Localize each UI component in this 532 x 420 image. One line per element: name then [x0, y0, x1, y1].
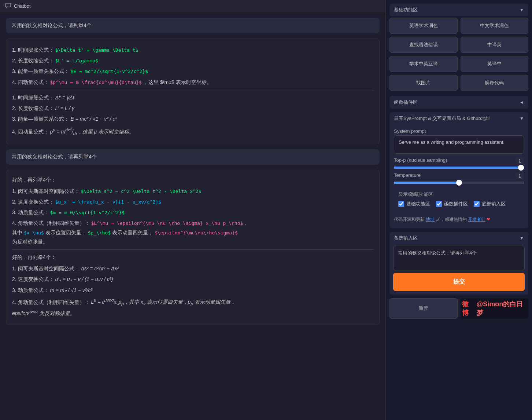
source-link[interactable]: 地址	[426, 217, 435, 222]
sys-prompt-group: System prompt Serve me as a writing and …	[394, 128, 524, 154]
alt-input-title: 备选输入区	[394, 235, 418, 241]
svg-rect-0	[5, 3, 11, 7]
visibility-title: 显示/隐藏功能区	[398, 191, 520, 198]
temperature-group: Temperature 1	[394, 172, 524, 184]
alt-input-section: 备选输入区 ▼ 提交	[389, 232, 528, 295]
basic-functions-section: 基础功能区 ▼ 英语学术润色 中文学术润色 查找语法错误 中译英 学术中英互译 …	[389, 4, 528, 92]
assistant-message-2: 好的，再列举4个： 1. 闵可夫斯基时空间隔公式： $\Delta s^2 = …	[6, 170, 380, 325]
btn-find-image[interactable]: 找图片	[389, 75, 458, 91]
basic-functions-header[interactable]: 基础功能区 ▼	[389, 4, 528, 16]
title-bar: Chatbot	[0, 0, 385, 12]
top-p-slider[interactable]	[394, 167, 524, 169]
checkbox-bottom[interactable]: 底部输入区	[474, 201, 506, 207]
sysprompt-section: 展开SysPrompt & 交互界面布局 & Github地址 ▼ System…	[389, 112, 528, 228]
checkbox-bottom-label: 底部输入区	[482, 201, 506, 207]
chat-panel: Chatbot 常用的狭义相对论公式，请列举4个 1. 时间膨胀公式： $\De…	[0, 0, 385, 420]
temperature-value: 1	[516, 172, 524, 179]
watermark: 微博 @Simon的白日梦	[461, 298, 529, 319]
plugin-arrow: ◄	[520, 100, 524, 105]
visibility-section: 显示/隐藏功能区 基础功能区 函数插件区 底部输入区	[394, 187, 524, 211]
chat-area[interactable]: 常用的狭义相对论公式，请列举4个 1. 时间膨胀公式： $\Delta t' =…	[0, 12, 385, 420]
btn-academic-translate[interactable]: 学术中英互译	[389, 56, 458, 72]
checkbox-basic-input[interactable]	[398, 201, 404, 207]
plugin-section[interactable]: 函数插件区 ◄	[389, 96, 528, 109]
basic-functions-arrow: ▼	[520, 7, 524, 12]
checkbox-basic[interactable]: 基础功能区	[398, 201, 430, 207]
alt-input-content: 提交	[389, 244, 528, 295]
alt-input-header[interactable]: 备选输入区 ▼	[389, 232, 528, 244]
right-panel: 基础功能区 ▼ 英语学术润色 中文学术润色 查找语法错误 中译英 学术中英互译 …	[385, 0, 532, 420]
sys-prompt-value[interactable]: Serve me as a writing and programming as…	[394, 135, 524, 154]
submit-button[interactable]: 提交	[393, 273, 525, 291]
basic-functions-grid: 英语学术润色 中文学术润色 查找语法错误 中译英 学术中英互译 英译中 找图片 …	[389, 16, 528, 92]
plugin-section-title: 函数插件区	[394, 99, 418, 106]
sysprompt-title: 展开SysPrompt & 交互界面布局 & Github地址	[394, 115, 491, 122]
btn-zh-to-en[interactable]: 中译英	[461, 37, 529, 53]
checkbox-bottom-input[interactable]	[474, 201, 480, 207]
alt-input-arrow: ▼	[520, 235, 524, 241]
user-message-2: 常用的狭义相对论公式，请再列举4个	[6, 149, 380, 165]
app-title: Chatbot	[14, 3, 31, 9]
heart-icon: ❤	[487, 217, 490, 222]
temperature-slider[interactable]	[394, 182, 524, 184]
checkbox-basic-label: 基础功能区	[406, 201, 430, 207]
weibo-icon: 微博	[462, 300, 474, 317]
sysprompt-arrow: ▼	[520, 116, 524, 121]
btn-english-polish[interactable]: 英语学术润色	[389, 18, 458, 34]
link-row: 代码开源和更新 地址 🖊，感谢热情的 开发者们 ❤	[394, 215, 524, 224]
sys-prompt-label: System prompt	[394, 128, 524, 134]
btn-chinese-polish[interactable]: 中文学术润色	[461, 18, 529, 34]
bottom-buttons-row: 重置 微博 @Simon的白日梦	[389, 298, 528, 319]
reset-button[interactable]: 重置	[389, 298, 458, 319]
checkbox-plugin[interactable]: 函数插件区	[436, 201, 468, 207]
btn-grammar-check[interactable]: 查找语法错误	[389, 37, 458, 53]
temperature-label: Temperature	[394, 172, 421, 178]
sysprompt-content: System prompt Serve me as a writing and …	[389, 125, 528, 228]
top-p-value: 1	[516, 157, 524, 164]
checkbox-plugin-label: 函数插件区	[444, 201, 468, 207]
basic-functions-title: 基础功能区	[394, 7, 418, 13]
user-message-1: 常用的狭义相对论公式，请列举4个	[6, 18, 380, 33]
checkbox-row: 基础功能区 函数插件区 底部输入区	[398, 201, 520, 207]
assistant-message-1: 1. 时间膨胀公式： $\Delta t' = \gamma \Delta t$…	[6, 39, 380, 144]
chat-icon	[5, 3, 11, 9]
checkbox-plugin-input[interactable]	[436, 201, 442, 207]
btn-en-to-zh[interactable]: 英译中	[461, 56, 529, 72]
top-p-label: Top-p (nucleus sampling)	[394, 157, 447, 163]
sysprompt-header[interactable]: 展开SysPrompt & 交互界面布局 & Github地址 ▼	[389, 112, 528, 125]
contributors-link[interactable]: 开发者们	[468, 217, 485, 222]
alt-input-textarea[interactable]	[393, 246, 525, 270]
btn-explain-code[interactable]: 解释代码	[461, 75, 529, 91]
top-p-group: Top-p (nucleus sampling) 1	[394, 157, 524, 169]
